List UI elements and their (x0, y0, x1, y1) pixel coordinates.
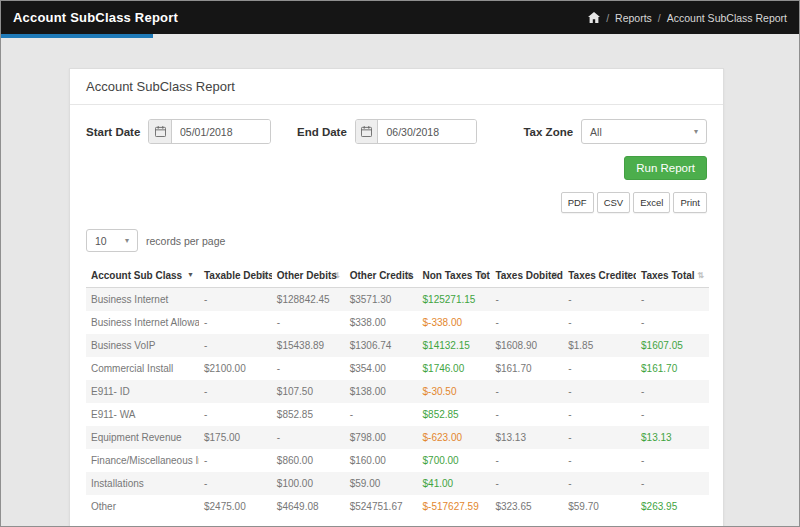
breadcrumb-reports[interactable]: Reports (615, 12, 652, 24)
table-cell: $700.00 (418, 449, 491, 472)
calendar-icon[interactable] (149, 120, 172, 143)
export-print-button[interactable]: Print (673, 192, 707, 213)
table-cell: - (636, 403, 709, 426)
table-cell: - (199, 380, 272, 403)
table-cell: - (490, 472, 563, 495)
export-pdf-button[interactable]: PDF (561, 192, 594, 213)
main-content: Account SubClass Report Start Date End D… (1, 38, 799, 527)
table-cell: $860.00 (272, 449, 345, 472)
column-header[interactable]: ⇅Other Debits (272, 264, 345, 288)
table-cell: - (563, 288, 636, 312)
table-cell: $59.00 (345, 472, 418, 495)
tax-zone-label: Tax Zone (523, 126, 573, 138)
table-row: E911- ID-$107.50$138.00$-30.50--- (86, 380, 709, 403)
panel-title: Account SubClass Report (70, 69, 723, 105)
column-header-label: Account Sub Class (91, 270, 182, 281)
table-row: Business Internet Allowance--$338.00$-33… (86, 311, 709, 334)
table-row: Commercial Install$2100.00-$354.00$1746.… (86, 357, 709, 380)
table-cell: E911- WA (86, 403, 199, 426)
table-row: Equipment Revenue$175.00-$798.00$-623.00… (86, 426, 709, 449)
table-cell: - (563, 311, 636, 334)
table-cell: $160.00 (345, 449, 418, 472)
table-cell: $175.00 (199, 426, 272, 449)
table-cell: - (199, 449, 272, 472)
table-row: Finance/Miscellaneous Income-$860.00$160… (86, 449, 709, 472)
table-cell: - (636, 311, 709, 334)
table-cell: - (490, 403, 563, 426)
column-header-label: Other Debits (277, 270, 337, 281)
page-size-value: 10 (95, 235, 107, 247)
table-cell: $2475.00 (199, 495, 272, 518)
table-cell: Other (86, 495, 199, 518)
column-header[interactable]: ⇅Non Taxes Total (418, 264, 491, 288)
table-row: Business Internet-$128842.45$3571.30$125… (86, 288, 709, 312)
end-date-input[interactable] (378, 120, 476, 143)
column-header[interactable]: ⇅Taxes Dobited (490, 264, 563, 288)
start-date-input[interactable] (172, 120, 270, 143)
export-buttons: PDFCSVExcelPrint (70, 180, 723, 213)
table-cell: $354.00 (345, 357, 418, 380)
run-report-button[interactable]: Run Report (624, 156, 707, 180)
sort-icon: ⇅ (697, 271, 704, 280)
table-cell: $338.00 (345, 311, 418, 334)
table-cell: Commercial Install (86, 357, 199, 380)
table-cell: $852.85 (272, 403, 345, 426)
table-cell: - (636, 449, 709, 472)
table-cell: - (272, 357, 345, 380)
table-cell: $128842.45 (272, 288, 345, 312)
column-header-label: Taxes Credited (568, 270, 636, 281)
column-header[interactable]: ⇅Taxable Debits (199, 264, 272, 288)
table-cell: $3571.30 (345, 288, 418, 312)
table-cell: - (345, 403, 418, 426)
table-cell: - (272, 426, 345, 449)
column-header-label: Other Credits (350, 270, 414, 281)
table-cell: $138.00 (345, 380, 418, 403)
table-cell: $798.00 (345, 426, 418, 449)
table-cell: $-623.00 (418, 426, 491, 449)
filter-row: Start Date End Date Tax Zone All ▾ (70, 105, 723, 144)
sort-desc-icon: ▼ (187, 271, 194, 278)
breadcrumb-separator: / (606, 12, 609, 24)
page-size-select[interactable]: 10 ▾ (86, 229, 138, 252)
column-header[interactable]: ⇅Other Credits (345, 264, 418, 288)
table-cell: Business VoIP (86, 334, 199, 357)
report-panel: Account SubClass Report Start Date End D… (69, 68, 724, 527)
table-cell: $13.13 (490, 426, 563, 449)
calendar-icon[interactable] (356, 120, 379, 143)
table-body: Business Internet-$128842.45$3571.30$125… (86, 288, 709, 519)
table-cell: $125271.15 (418, 288, 491, 312)
table-cell: - (490, 449, 563, 472)
table-cell: $161.70 (636, 357, 709, 380)
table-cell: - (563, 449, 636, 472)
table-footer: Showing 1 to 10 of 22 entries ‹123› (70, 518, 723, 527)
table-cell: - (563, 426, 636, 449)
column-header-label: Non Taxes Total (423, 270, 491, 281)
table-cell: $4649.08 (272, 495, 345, 518)
run-row: Run Report (70, 144, 723, 180)
home-icon[interactable] (588, 12, 600, 23)
end-date-group (355, 119, 478, 144)
table-cell: $1.85 (563, 334, 636, 357)
table-cell: $15438.89 (272, 334, 345, 357)
table-cell: $2100.00 (199, 357, 272, 380)
export-excel-button[interactable]: Excel (633, 192, 670, 213)
table-cell: - (636, 380, 709, 403)
column-header-label: Taxes Dobited (495, 270, 563, 281)
table-cell: - (636, 472, 709, 495)
table-cell: $41.00 (418, 472, 491, 495)
start-date-label: Start Date (86, 126, 140, 138)
table-cell: - (199, 288, 272, 312)
tax-zone-select[interactable]: All ▾ (581, 119, 707, 144)
export-csv-button[interactable]: CSV (597, 192, 631, 213)
table-cell: $107.50 (272, 380, 345, 403)
table-cell: Business Internet Allowance (86, 311, 199, 334)
table-cell: Business Internet (86, 288, 199, 312)
table-cell: $852.85 (418, 403, 491, 426)
topbar: Account SubClass Report / Reports / Acco… (1, 1, 799, 34)
table-cell: - (563, 357, 636, 380)
column-header[interactable]: ▼Account Sub Class (86, 264, 199, 288)
column-header[interactable]: ⇅Taxes Total (636, 264, 709, 288)
column-header[interactable]: ⇅Taxes Credited (563, 264, 636, 288)
table-cell: $263.95 (636, 495, 709, 518)
breadcrumb-current: Account SubClass Report (667, 12, 787, 24)
